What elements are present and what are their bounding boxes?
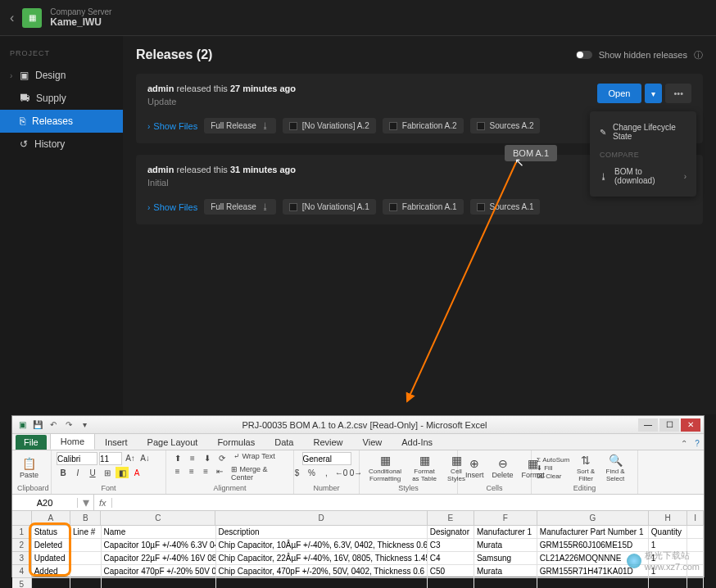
border-button[interactable]: ⊞ xyxy=(101,467,114,478)
cell[interactable] xyxy=(537,578,649,588)
cell[interactable]: Capacitor 10µF +/-40% 6.3V 0402 xyxy=(102,539,216,552)
fx-icon[interactable]: fx xyxy=(94,498,112,508)
cell[interactable]: Description xyxy=(216,526,428,539)
align-bottom-icon[interactable]: ⬇ xyxy=(201,452,214,464)
align-middle-icon[interactable]: ≡ xyxy=(186,452,199,464)
cell[interactable]: C4 xyxy=(428,552,474,565)
fill-color-button[interactable]: ◧ xyxy=(116,467,129,478)
cell[interactable]: Manufacturer 1 xyxy=(474,526,537,539)
row-header[interactable]: 5 xyxy=(12,578,32,588)
tab-page-layout[interactable]: Page Layout xyxy=(138,435,208,450)
underline-button[interactable]: U xyxy=(86,467,99,478)
clear-button[interactable]: ⌧ Clear xyxy=(537,473,569,480)
align-top-icon[interactable]: ⬆ xyxy=(171,452,184,464)
tab-insert[interactable]: Insert xyxy=(95,435,138,450)
orientation-icon[interactable]: ⟳ xyxy=(215,452,229,464)
cell[interactable]: Name xyxy=(102,526,216,539)
cell[interactable]: Line # xyxy=(70,526,102,539)
cell[interactable]: Updated xyxy=(32,552,70,565)
autosum-button[interactable]: Σ AutoSum xyxy=(537,456,569,464)
percent-icon[interactable]: % xyxy=(306,467,319,478)
column-header[interactable]: G xyxy=(537,511,649,526)
align-left-icon[interactable]: ≡ xyxy=(171,465,184,477)
spreadsheet-grid[interactable]: A B C D E F G H I 1StatusLine #NameDescr… xyxy=(12,511,704,588)
insert-cells-button[interactable]: ⊕Insert xyxy=(463,456,487,480)
cell[interactable] xyxy=(70,565,102,578)
cell[interactable] xyxy=(32,578,70,588)
column-header[interactable]: D xyxy=(215,511,427,526)
currency-icon[interactable]: $ xyxy=(291,467,304,478)
cell[interactable] xyxy=(687,578,704,588)
row-header[interactable]: 4 xyxy=(12,565,32,578)
cell[interactable]: Murata xyxy=(474,539,537,552)
name-box[interactable]: A20 xyxy=(12,498,78,508)
align-center-icon[interactable]: ≡ xyxy=(185,465,197,477)
delete-cells-button[interactable]: ⊖Delete xyxy=(490,456,516,480)
menu-bom-download[interactable]: ⭳ BOM to (download) › xyxy=(590,162,696,190)
column-header[interactable]: C xyxy=(101,511,215,526)
cell[interactable] xyxy=(687,526,704,539)
column-header[interactable]: A xyxy=(32,511,70,526)
cell[interactable]: Status xyxy=(32,526,70,539)
select-all-corner[interactable] xyxy=(12,511,32,526)
menu-change-lifecycle[interactable]: ✎ Change Lifecycle State xyxy=(590,118,696,146)
bold-button[interactable]: B xyxy=(57,467,70,478)
row-header[interactable]: 1 xyxy=(12,526,32,539)
cell[interactable]: Chip Capacitor, 22ÂµF +/-40%, 16V, 0805,… xyxy=(216,552,428,565)
font-name-select[interactable] xyxy=(57,452,97,465)
decrease-font-icon[interactable]: A↓ xyxy=(138,452,152,464)
help-icon[interactable]: ? xyxy=(691,436,704,450)
tab-data[interactable]: Data xyxy=(265,435,303,450)
cell[interactable]: Chip Capacitor, 10ÂµF +/-40%, 6.3V, 0402… xyxy=(216,539,428,552)
cell[interactable]: Capacitor 22µF +/-40% 16V 0805 xyxy=(102,552,216,565)
cell[interactable]: Added xyxy=(32,565,70,578)
excel-icon[interactable]: ▣ xyxy=(16,418,29,432)
column-header[interactable]: F xyxy=(474,511,537,526)
column-header[interactable]: B xyxy=(70,511,101,526)
cell[interactable]: Chip Capacitor, 470pF +/-20%, 50V, 0402,… xyxy=(216,565,428,578)
format-as-table-button[interactable]: ▦Format as Table xyxy=(409,453,440,483)
cell[interactable] xyxy=(70,552,102,565)
find-select-button[interactable]: 🔍Find & Select xyxy=(602,453,628,483)
cell[interactable]: Samsung xyxy=(474,552,537,565)
cell[interactable] xyxy=(474,578,537,588)
close-button[interactable]: ✕ xyxy=(681,418,700,432)
undo-icon[interactable]: ↶ xyxy=(47,418,60,432)
column-header[interactable]: I xyxy=(687,511,704,526)
tab-addins[interactable]: Add-Ins xyxy=(392,435,442,450)
tab-home[interactable]: Home xyxy=(50,433,95,450)
cell[interactable] xyxy=(428,578,474,588)
row-header[interactable]: 3 xyxy=(12,552,32,565)
redo-icon[interactable]: ↷ xyxy=(62,418,75,432)
cell[interactable]: C3 xyxy=(428,539,474,552)
cell[interactable] xyxy=(216,578,428,588)
tab-formulas[interactable]: Formulas xyxy=(207,435,265,450)
wrap-text-button[interactable]: ⤶ Wrap Text xyxy=(233,452,275,464)
conditional-formatting-button[interactable]: ▦Conditional Formatting xyxy=(365,453,406,483)
paste-button[interactable]: 📋Paste xyxy=(17,456,41,480)
cell[interactable] xyxy=(70,539,102,552)
cell[interactable]: Murata xyxy=(474,565,537,578)
align-right-icon[interactable]: ≡ xyxy=(199,465,211,477)
increase-decimal-icon[interactable]: ←0 xyxy=(335,467,348,478)
cell[interactable]: Manufacturer Part Number 1 xyxy=(537,526,649,539)
tab-file[interactable]: File xyxy=(16,435,47,450)
sort-filter-button[interactable]: ⇅Sort & Filter xyxy=(573,453,599,483)
cell[interactable] xyxy=(649,578,687,588)
increase-font-icon[interactable]: A↑ xyxy=(124,452,137,464)
maximize-button[interactable]: ☐ xyxy=(659,418,679,432)
cell[interactable]: Deleted xyxy=(32,539,70,552)
fill-button[interactable]: ⬇ Fill xyxy=(537,464,569,472)
font-color-button[interactable]: A xyxy=(130,467,143,478)
namebox-dropdown-icon[interactable]: ▾ xyxy=(78,495,94,510)
qat-dropdown-icon[interactable]: ▾ xyxy=(78,418,91,432)
number-format-select[interactable] xyxy=(302,452,351,465)
column-header[interactable]: H xyxy=(649,511,687,526)
ribbon-minimize-icon[interactable]: ⌃ xyxy=(677,436,691,450)
save-icon[interactable]: 💾 xyxy=(31,418,44,432)
row-header[interactable]: 2 xyxy=(12,539,32,552)
cell[interactable]: Designator xyxy=(428,526,474,539)
cell[interactable]: C50 xyxy=(428,565,474,578)
cell[interactable]: Quantity xyxy=(649,526,687,539)
column-header[interactable]: E xyxy=(428,511,474,526)
